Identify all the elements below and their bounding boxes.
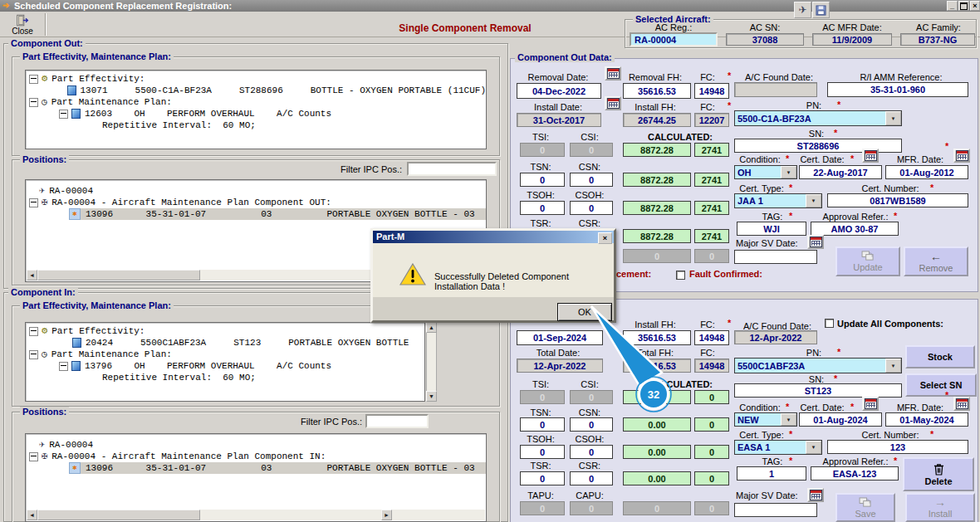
tree-row[interactable]: Part Effectivity: xyxy=(26,325,424,337)
tree-row[interactable]: Part Effectivity: xyxy=(26,73,486,85)
mfr-date-field[interactable]: 01-Aug-2012 xyxy=(885,165,968,179)
scroll-left-icon[interactable] xyxy=(27,270,37,281)
cert-number-field[interactable]: 123 xyxy=(827,440,968,454)
in-install-date-field[interactable]: 01-Sep-2024 xyxy=(517,330,603,345)
tree-row[interactable]: 13796 OH PERFORM OVERHAUL A/C Counts xyxy=(26,360,424,372)
approval-refer-field[interactable]: AMO 30-87 xyxy=(811,222,899,236)
tsn-field[interactable]: 0 xyxy=(520,417,565,432)
scroll-right-icon[interactable] xyxy=(381,510,392,520)
dialog-close-button[interactable]: × xyxy=(598,232,612,244)
ok-button[interactable]: OK xyxy=(557,303,612,321)
fault-confirmed-checkbox[interactable] xyxy=(676,271,685,280)
tsoh-field[interactable]: 0 xyxy=(520,201,565,215)
install-date-calendar-button[interactable] xyxy=(605,96,621,110)
scroll-up-icon[interactable] xyxy=(426,322,437,333)
removal-date-field[interactable]: 04-Dec-2022 xyxy=(517,83,601,99)
out-filter-input[interactable] xyxy=(407,162,497,176)
expand-icon[interactable] xyxy=(59,110,68,119)
tree-row[interactable]: Repetitive Interval: 60 MO; xyxy=(26,120,486,131)
tree-row[interactable]: RA-00004 xyxy=(26,185,486,197)
select-sn-button[interactable]: Select SN xyxy=(905,373,977,397)
close-window-button[interactable]: × xyxy=(970,1,980,11)
cert-date-field[interactable]: 22-Aug-2017 xyxy=(799,165,882,179)
condition-combo[interactable]: OH xyxy=(734,165,797,179)
tree-row[interactable]: 13071 5500-C1A-BF23A ST288696 BOTTLE - O… xyxy=(26,85,486,96)
chevron-down-icon[interactable] xyxy=(781,413,796,426)
tree-row[interactable]: 12603 OH PERFORM OVERHAUL A/C Counts xyxy=(26,108,486,120)
chevron-down-icon[interactable] xyxy=(806,441,821,454)
sn-field[interactable]: ST123 xyxy=(734,383,902,398)
pn-combo[interactable]: 5500C1ABF23A xyxy=(734,358,902,373)
tree-row[interactable]: 20424 5500C1ABF23A ST123 PORTABLE OXYGEN… xyxy=(26,337,424,349)
csn-field[interactable]: 0 xyxy=(570,173,613,187)
scroll-down-icon[interactable] xyxy=(426,391,437,402)
chevron-down-icon[interactable] xyxy=(885,111,901,125)
major-sv-date-field[interactable] xyxy=(734,250,817,264)
dialog-title-bar[interactable]: Part-M xyxy=(373,231,614,243)
tree-row[interactable]: RA-00004 - Aircraft Maintenance Plan Com… xyxy=(26,197,486,208)
tree-row[interactable]: Part Maintenance Plan: xyxy=(26,96,486,108)
tsoh-field[interactable]: 0 xyxy=(520,445,565,459)
chevron-down-icon[interactable] xyxy=(781,166,796,178)
major-sv-calendar-button[interactable] xyxy=(807,488,824,502)
major-sv-calendar-button[interactable] xyxy=(807,235,824,249)
pn-combo[interactable]: 5500-C1A-BF23A xyxy=(734,110,902,126)
cert-date-calendar-button[interactable] xyxy=(862,149,879,163)
cert-date-field[interactable]: 01-Aug-2024 xyxy=(799,412,882,427)
cert-number-field[interactable]: 0817WB1589 xyxy=(827,193,968,207)
csr-field[interactable]: 0 xyxy=(570,471,613,485)
in-filter-input[interactable] xyxy=(365,414,429,428)
removal-date-calendar-button[interactable] xyxy=(605,66,621,80)
aircraft-toolbar-button[interactable]: ✈ xyxy=(794,2,811,18)
remove-button[interactable]: ← Remove xyxy=(904,246,968,276)
condition-combo[interactable]: NEW xyxy=(734,412,797,427)
save-toolbar-button[interactable] xyxy=(812,2,830,18)
close-form-button[interactable]: Close xyxy=(5,13,40,36)
cert-type-combo[interactable]: JAA 1 xyxy=(734,193,822,208)
removal-fc-field[interactable]: 14948 xyxy=(694,83,729,99)
mfr-date-field[interactable]: 01-May-2024 xyxy=(885,412,968,427)
in-effectivity-vscrollbar[interactable] xyxy=(426,322,437,402)
chevron-down-icon[interactable] xyxy=(806,194,821,207)
tsr-field[interactable]: 0 xyxy=(520,471,565,485)
major-sv-date-field[interactable] xyxy=(734,503,817,517)
install-fh-field[interactable]: 35616.53 xyxy=(623,330,691,345)
delete-button[interactable]: Delete xyxy=(903,457,974,491)
tree-row[interactable]: Repetitive Interval: 60 MO; xyxy=(26,372,424,383)
expand-icon[interactable] xyxy=(29,350,38,359)
scroll-left-icon[interactable] xyxy=(27,510,37,520)
tag-field[interactable]: WJI xyxy=(737,222,806,236)
cert-type-combo[interactable]: EASA 1 xyxy=(734,440,822,455)
csn-field[interactable]: 0 xyxy=(570,417,613,432)
tag-field[interactable]: 1 xyxy=(737,466,806,481)
tree-row-selected[interactable]: 13096 35-31-01-07 03 PORTABLE OXYGEN BOT… xyxy=(26,462,486,474)
removal-fh-field[interactable]: 35616.53 xyxy=(623,83,691,99)
expand-icon[interactable] xyxy=(29,198,38,207)
scrollbar-thumb[interactable] xyxy=(37,510,200,520)
csoh-field[interactable]: 0 xyxy=(570,201,613,215)
cert-date-calendar-button[interactable] xyxy=(862,397,879,411)
mfr-date-calendar-button[interactable] xyxy=(953,149,970,163)
tree-row-selected[interactable]: 13096 35-31-01-07 03 PORTABLE OXYGEN BOT… xyxy=(26,208,486,220)
expand-icon[interactable] xyxy=(29,452,38,461)
tree-row[interactable]: RA-00004 - Aircraft Maintenance Plan Com… xyxy=(26,451,486,462)
ac-reg-field[interactable]: RA-00004 xyxy=(630,32,718,46)
install-fc-field[interactable]: 14948 xyxy=(694,330,729,345)
chevron-down-icon[interactable] xyxy=(885,359,901,373)
ri-amm-reference-field[interactable]: 35-31-01-960 xyxy=(827,82,968,97)
expand-icon[interactable] xyxy=(29,327,38,336)
minimize-button[interactable]: _ xyxy=(947,1,958,11)
expand-icon[interactable] xyxy=(59,362,68,371)
csoh-field[interactable]: 0 xyxy=(570,445,613,459)
expand-icon[interactable] xyxy=(29,75,38,84)
stock-button[interactable]: Stock xyxy=(905,345,975,368)
in-positions-hscrollbar[interactable] xyxy=(27,510,485,520)
tsn-field[interactable]: 0 xyxy=(520,173,565,187)
restore-button[interactable] xyxy=(958,1,969,11)
mfr-date-calendar-button[interactable] xyxy=(953,397,970,411)
tree-row[interactable]: RA-00004 xyxy=(26,439,486,451)
expand-icon[interactable] xyxy=(29,98,38,107)
scrollbar-thumb[interactable] xyxy=(37,270,200,281)
update-all-components-checkbox[interactable] xyxy=(825,319,834,328)
tree-row[interactable]: Part Maintenance Plan: xyxy=(26,349,424,360)
